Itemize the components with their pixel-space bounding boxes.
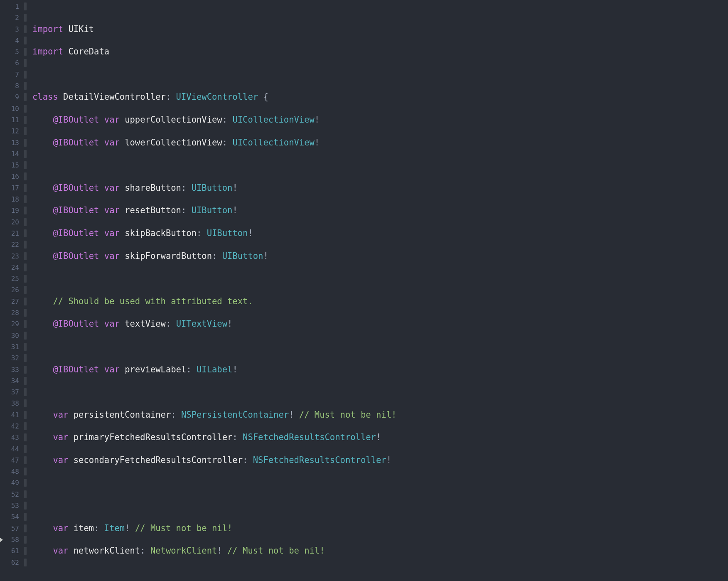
fold-gutter-row[interactable]: [23, 194, 29, 205]
code-line[interactable]: // Should be used with attributed text.: [32, 296, 728, 307]
code-line[interactable]: [32, 273, 728, 284]
fold-indicator-icon[interactable]: [24, 445, 27, 453]
fold-indicator-icon[interactable]: [24, 399, 27, 407]
fold-gutter-row[interactable]: [23, 318, 29, 330]
line-number[interactable]: 7: [0, 69, 19, 80]
line-number[interactable]: 57: [0, 523, 19, 534]
fold-indicator-icon[interactable]: [24, 354, 27, 362]
line-number[interactable]: 13: [0, 137, 19, 148]
line-number[interactable]: 58: [0, 534, 19, 545]
fold-gutter-row[interactable]: [23, 160, 29, 171]
code-area[interactable]: import UIKit import CoreData class Detai…: [29, 0, 728, 581]
code-line[interactable]: import UIKit: [32, 24, 728, 35]
code-editor[interactable]: 1234567891011121314151617181920212223242…: [0, 0, 728, 581]
fold-gutter-row[interactable]: [23, 205, 29, 216]
fold-indicator-icon[interactable]: [24, 433, 27, 441]
line-number[interactable]: 4: [0, 35, 19, 46]
code-line[interactable]: @IBOutlet var upperCollectionView: UICol…: [32, 114, 728, 126]
fold-gutter-row[interactable]: [23, 24, 29, 35]
line-number[interactable]: 18: [0, 194, 19, 205]
fold-indicator-icon[interactable]: [24, 502, 27, 510]
fold-gutter-row[interactable]: [23, 421, 29, 432]
code-line[interactable]: [32, 69, 728, 80]
fold-gutter-row[interactable]: [23, 57, 29, 69]
fold-indicator-icon[interactable]: [24, 547, 27, 555]
line-number[interactable]: 24: [0, 262, 19, 273]
code-line[interactable]: var primaryFetchedResultsController: NSF…: [32, 432, 728, 443]
code-line[interactable]: @IBOutlet var textView: UITextView!: [32, 318, 728, 330]
line-number[interactable]: 42: [0, 421, 19, 432]
line-number[interactable]: 1: [0, 1, 19, 12]
fold-indicator-icon[interactable]: [24, 456, 27, 464]
fold-indicator-icon[interactable]: [24, 82, 27, 90]
line-number[interactable]: 47: [0, 455, 19, 466]
fold-indicator-icon[interactable]: [24, 332, 27, 340]
line-number[interactable]: 33: [0, 364, 19, 375]
line-number[interactable]: 2: [0, 12, 19, 23]
fold-indicator-icon[interactable]: [24, 513, 27, 521]
fold-indicator-icon[interactable]: [24, 229, 27, 237]
fold-gutter-row[interactable]: [23, 239, 29, 250]
fold-indicator-icon[interactable]: [24, 524, 27, 532]
fold-indicator-icon[interactable]: [24, 48, 27, 56]
fold-gutter-row[interactable]: [23, 387, 29, 398]
fold-indicator-icon[interactable]: [24, 14, 27, 22]
line-number[interactable]: 53: [0, 500, 19, 511]
fold-gutter-row[interactable]: [23, 364, 29, 375]
line-number[interactable]: 3: [0, 24, 19, 35]
fold-gutter-row[interactable]: [23, 375, 29, 387]
line-number[interactable]: 15: [0, 160, 19, 171]
code-line[interactable]: var item: Item! // Must not be nil!: [32, 523, 728, 534]
fold-indicator-icon[interactable]: [24, 93, 27, 101]
code-line[interactable]: import CoreData: [32, 46, 728, 57]
fold-indicator-icon[interactable]: [24, 263, 27, 271]
line-number[interactable]: 61: [0, 545, 19, 556]
line-number[interactable]: 48: [0, 466, 19, 477]
line-number[interactable]: 27: [0, 296, 19, 307]
fold-gutter-row[interactable]: [23, 511, 29, 522]
fold-gutter-row[interactable]: [23, 171, 29, 182]
code-line[interactable]: [32, 568, 728, 579]
line-number[interactable]: 21: [0, 228, 19, 239]
code-line[interactable]: [32, 341, 728, 352]
fold-gutter-row[interactable]: [23, 80, 29, 91]
fold-indicator-icon[interactable]: [24, 559, 27, 566]
fold-gutter-row[interactable]: [23, 114, 29, 126]
fold-gutter-row[interactable]: [23, 432, 29, 443]
breakpoint-marker-icon[interactable]: [0, 537, 3, 543]
fold-gutter-row[interactable]: [23, 307, 29, 318]
line-number[interactable]: 25: [0, 273, 19, 284]
fold-indicator-icon[interactable]: [24, 468, 27, 475]
line-number[interactable]: 44: [0, 443, 19, 455]
line-number[interactable]: 16: [0, 171, 19, 182]
fold-indicator-icon[interactable]: [24, 139, 27, 147]
line-number[interactable]: 41: [0, 409, 19, 421]
fold-column[interactable]: [23, 0, 29, 581]
fold-indicator-icon[interactable]: [24, 172, 27, 180]
fold-gutter-row[interactable]: [23, 228, 29, 239]
fold-gutter-row[interactable]: [23, 545, 29, 556]
fold-indicator-icon[interactable]: [24, 218, 27, 226]
fold-gutter-row[interactable]: [23, 182, 29, 194]
fold-indicator-icon[interactable]: [24, 127, 27, 135]
fold-indicator-icon[interactable]: [24, 388, 27, 396]
line-number[interactable]: 43: [0, 432, 19, 443]
line-number[interactable]: 37: [0, 387, 19, 398]
fold-indicator-icon[interactable]: [24, 195, 27, 203]
fold-gutter-row[interactable]: [23, 148, 29, 160]
fold-gutter-row[interactable]: [23, 534, 29, 545]
fold-indicator-icon[interactable]: [24, 298, 27, 305]
fold-indicator-icon[interactable]: [24, 411, 27, 419]
code-line[interactable]: @IBOutlet var previewLabel: UILabel!: [32, 364, 728, 375]
line-number[interactable]: 5: [0, 46, 19, 57]
fold-indicator-icon[interactable]: [24, 286, 27, 294]
fold-gutter-row[interactable]: [23, 1, 29, 12]
fold-gutter-row[interactable]: [23, 352, 29, 364]
code-line[interactable]: @IBOutlet var skipForwardButton: UIButto…: [32, 251, 728, 262]
line-number[interactable]: 29: [0, 318, 19, 330]
fold-gutter-row[interactable]: [23, 91, 29, 103]
fold-indicator-icon[interactable]: [24, 377, 27, 385]
fold-indicator-icon[interactable]: [24, 490, 27, 498]
fold-gutter-row[interactable]: [23, 523, 29, 534]
fold-indicator-icon[interactable]: [24, 252, 27, 260]
